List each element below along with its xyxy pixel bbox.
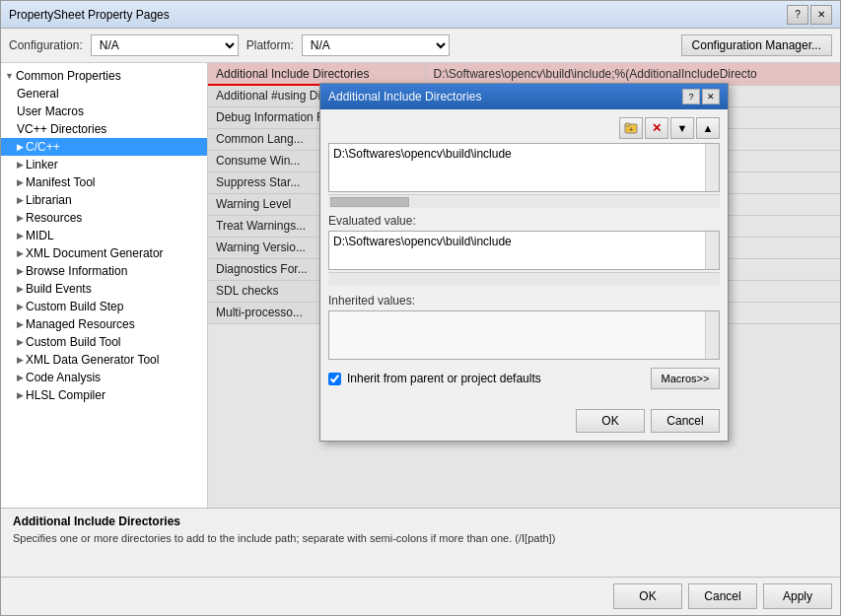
modal-close-button[interactable]: ✕ (702, 89, 720, 104)
tree-item-librarian[interactable]: ▶ Librarian (1, 191, 207, 209)
tree-item-label: Build Events (26, 282, 92, 296)
ok-button[interactable]: OK (613, 583, 682, 609)
modal-ok-button[interactable]: OK (576, 409, 645, 433)
svg-text:+: + (629, 125, 634, 134)
tree-item-label: General (17, 87, 59, 101)
arrow-icon: ▼ (5, 71, 14, 81)
config-manager-button[interactable]: Configuration Manager... (681, 34, 832, 56)
tree-item-common-properties[interactable]: ▼ Common Properties (1, 67, 207, 85)
tree-item-user-macros[interactable]: User Macros (1, 103, 207, 120)
arrow-icon: ▶ (17, 284, 24, 294)
evaluated-value-box: D:\Softwares\opencv\build\include (328, 231, 720, 270)
tree-item-label: HLSL Compiler (26, 388, 105, 402)
main-content: ▼ Common Properties General User Macros … (1, 63, 840, 508)
tree-item-label: MIDL (26, 229, 54, 242)
platform-dropdown[interactable]: N/A (302, 34, 450, 56)
arrow-icon: ▶ (17, 231, 24, 240)
tree-item-vc-directories[interactable]: VC++ Directories (1, 120, 207, 138)
tree-item-general[interactable]: General (1, 85, 207, 103)
platform-label: Platform: (246, 38, 294, 52)
modal-overlay: Additional Include Directories ? ✕ (208, 63, 840, 508)
arrow-icon: ▶ (17, 373, 24, 382)
tree-panel: ▼ Common Properties General User Macros … (1, 63, 208, 508)
tree-item-label: Common Properties (16, 69, 121, 83)
arrow-icon: ▶ (17, 355, 24, 365)
arrow-icon: ▶ (17, 213, 24, 223)
config-label: Configuration: (9, 38, 83, 52)
tree-item-custom-build-tool[interactable]: ▶ Custom Build Tool (1, 333, 207, 351)
tree-item-xml-doc-generator[interactable]: ▶ XML Document Generator (1, 244, 207, 262)
tree-item-resources[interactable]: ▶ Resources (1, 209, 207, 227)
tree-item-c-cpp[interactable]: ▶ C/C++ (1, 138, 207, 156)
tree-item-label: User Macros (17, 104, 84, 118)
tree-item-code-analysis[interactable]: ▶ Code Analysis (1, 369, 207, 386)
down-arrow-icon: ▼ (677, 122, 688, 134)
title-bar-controls: ? ✕ (787, 5, 832, 25)
scrollbar-thumb[interactable] (330, 197, 409, 207)
eval-scroll[interactable] (705, 232, 719, 269)
evaluated-label: Evaluated value: (328, 214, 720, 228)
inherited-scroll[interactable] (705, 311, 719, 359)
new-item-button[interactable]: + (619, 117, 643, 139)
title-bar: PropertySheet Property Pages ? ✕ (1, 1, 840, 29)
modal-title: Additional Include Directories (328, 90, 481, 103)
delete-item-button[interactable]: ✕ (645, 117, 668, 139)
modal-footer: OK Cancel (320, 405, 728, 441)
tree-item-label: Librarian (26, 193, 72, 207)
tree-item-custom-build-step[interactable]: ▶ Custom Build Step (1, 298, 207, 315)
tree-item-build-events[interactable]: ▶ Build Events (1, 280, 207, 298)
move-up-button[interactable]: ▲ (696, 117, 720, 139)
inherited-label: Inherited values: (328, 294, 720, 308)
directory-entry-box: D:\Softwares\opencv\build\include (328, 143, 720, 192)
macros-button[interactable]: Macros>> (651, 368, 720, 389)
arrow-icon: ▶ (17, 177, 24, 187)
arrow-icon: ▶ (17, 160, 24, 170)
modal-dialog: Additional Include Directories ? ✕ (319, 83, 729, 442)
cancel-button[interactable]: Cancel (688, 583, 757, 609)
modal-cancel-button[interactable]: Cancel (651, 409, 720, 433)
delete-icon: ✕ (652, 121, 662, 135)
tree-item-browse-info[interactable]: ▶ Browse Information (1, 262, 207, 280)
tree-item-label: Resources (26, 211, 82, 225)
vertical-scrollbar[interactable] (705, 144, 719, 191)
help-title-btn[interactable]: ? (787, 5, 808, 25)
tree-item-managed-resources[interactable]: ▶ Managed Resources (1, 315, 207, 333)
modal-title-controls: ? ✕ (682, 89, 720, 104)
tree-item-manifest-tool[interactable]: ▶ Manifest Tool (1, 173, 207, 191)
modal-toolbar: + ✕ ▼ ▲ (328, 117, 720, 139)
bottom-panel: Additional Include Directories Specifies… (1, 508, 840, 577)
tree-item-label: XML Data Generator Tool (26, 353, 159, 367)
main-window: PropertySheet Property Pages ? ✕ Configu… (0, 0, 841, 616)
tree-item-label: Code Analysis (26, 371, 101, 384)
close-title-btn[interactable]: ✕ (810, 5, 832, 25)
inherit-checkbox-label: Inherit from parent or project defaults (347, 372, 541, 385)
tree-item-label: Linker (26, 158, 58, 171)
bottom-panel-title: Additional Include Directories (13, 514, 828, 528)
tree-item-label: XML Document Generator (26, 246, 164, 260)
move-down-button[interactable]: ▼ (670, 117, 694, 139)
tree-item-linker[interactable]: ▶ Linker (1, 156, 207, 173)
arrow-icon: ▶ (17, 319, 24, 329)
arrow-icon: ▶ (17, 302, 24, 311)
tree-item-label: Custom Build Step (26, 300, 123, 313)
directory-value: D:\Softwares\opencv\build\include (329, 144, 719, 164)
inherit-checkbox[interactable] (328, 373, 341, 385)
config-bar: Configuration: N/A Platform: N/A Configu… (1, 29, 840, 63)
arrow-icon: ▶ (17, 142, 24, 152)
modal-title-bar: Additional Include Directories ? ✕ (320, 84, 728, 109)
evaluated-value: D:\Softwares\opencv\build\include (333, 235, 715, 248)
horizontal-scrollbar-top[interactable] (328, 194, 720, 208)
tree-item-xml-data-generator[interactable]: ▶ XML Data Generator Tool (1, 351, 207, 369)
tree-item-label: Custom Build Tool (26, 335, 121, 349)
modal-help-button[interactable]: ? (682, 89, 700, 104)
arrow-icon: ▶ (17, 195, 24, 205)
folder-icon: + (624, 121, 638, 135)
tree-item-label: VC++ Directories (17, 122, 106, 136)
apply-button[interactable]: Apply (763, 583, 832, 609)
tree-item-midl[interactable]: ▶ MIDL (1, 227, 207, 244)
tree-item-hlsl-compiler[interactable]: ▶ HLSL Compiler (1, 386, 207, 404)
horizontal-scrollbar-eval[interactable] (328, 272, 720, 286)
config-dropdown[interactable]: N/A (91, 34, 239, 56)
footer-buttons: OK Cancel Apply (1, 577, 840, 615)
window-title: PropertySheet Property Pages (9, 8, 170, 22)
